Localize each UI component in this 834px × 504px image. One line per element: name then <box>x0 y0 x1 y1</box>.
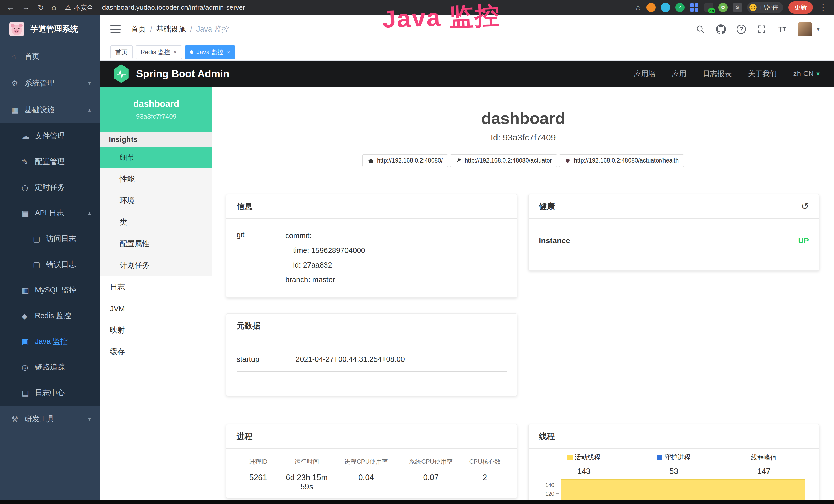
tab-java-monitor[interactable]: Java 监控 × <box>185 45 235 59</box>
threads-card-header: 线程 <box>529 425 819 449</box>
back-icon[interactable]: ← <box>7 3 14 12</box>
chevron-down-icon: ▾ <box>88 80 91 87</box>
gear-icon: ⚙ <box>11 79 25 88</box>
chevron-up-icon: ▴ <box>88 210 91 216</box>
chrome-update-button[interactable]: 更新 <box>788 1 813 14</box>
sidebar-group-insights: Insights <box>100 132 213 147</box>
sba-nav-wall[interactable]: 应用墙 <box>634 69 656 78</box>
sidebar-item-dev-tools[interactable]: ⚒ 研发工具 ▾ <box>0 406 100 432</box>
chevron-up-icon: ▴ <box>88 107 91 113</box>
instance-header[interactable]: dashboard 93a3fc7f7409 <box>100 87 213 132</box>
sidebar-item-access-log[interactable]: ▢ 访问日志 <box>0 226 100 252</box>
instance-name: dashboard <box>133 98 179 109</box>
health-card-header: 健康 ↺ <box>529 194 819 219</box>
extension-icon-grid[interactable] <box>690 3 699 12</box>
extensions-puzzle-icon[interactable]: ⚙ <box>733 3 742 12</box>
sidebar-item-file[interactable]: ☁ 文件管理 <box>0 123 100 149</box>
extension-icon-on[interactable]: on <box>704 3 713 12</box>
breadcrumb-infra[interactable]: 基础设施 <box>156 24 186 35</box>
help-icon[interactable]: ? <box>737 25 746 34</box>
sba-nav-journal[interactable]: 日志报表 <box>703 69 732 78</box>
metadata-card-title: 元数据 <box>237 320 260 331</box>
link-label: http://192.168.0.2:48080/actuator/health <box>574 157 679 164</box>
site-security[interactable]: ⚠ 不安全 <box>65 3 93 12</box>
sidebar-item-home[interactable]: ⌂ 首页 <box>0 43 100 70</box>
bookmark-star-icon[interactable]: ☆ <box>634 3 641 12</box>
sba-item-caches[interactable]: 缓存 <box>100 341 213 363</box>
home-icon[interactable]: ⌂ <box>52 3 56 12</box>
sba-brand-title[interactable]: Spring Boot Admin <box>136 68 229 79</box>
sba-item-logs[interactable]: 日志 <box>100 276 213 298</box>
sba-item-environment[interactable]: 环境 <box>100 190 213 211</box>
sidebar-item-mysql[interactable]: ▥ MySQL 监控 <box>0 277 100 303</box>
sba-nav-about[interactable]: 关于我们 <box>748 69 777 78</box>
app-logo[interactable]: 芋道管理系统 <box>0 15 100 43</box>
doc-icon: ▢ <box>33 260 46 269</box>
sidebar-item-label: 首页 <box>25 51 40 62</box>
doc-icon: ▢ <box>33 234 46 244</box>
extension-icon-blue-drop[interactable] <box>661 3 670 12</box>
sidebar-item-label: Java 监控 <box>35 336 68 347</box>
sidebar-item-log-center[interactable]: ▤ 日志中心 <box>0 380 100 406</box>
profile-paused-chip[interactable]: 已暂停 <box>747 2 783 13</box>
active-dot <box>190 50 193 54</box>
process-table: 进程ID5261 运行时间6d 23h 15m 59s 进程CPU使用率0.04… <box>237 458 506 491</box>
history-icon[interactable]: ↺ <box>801 201 809 212</box>
sba-item-details[interactable]: 细节 <box>100 147 213 168</box>
service-url-link[interactable]: http://192.168.0.2:48080/ <box>363 154 448 167</box>
tab-close-icon[interactable]: × <box>226 48 230 56</box>
font-size-icon[interactable]: TT <box>777 24 787 34</box>
info-card-title: 信息 <box>237 201 253 212</box>
tab-home[interactable]: 首页 <box>110 45 133 59</box>
tab-redis-monitor[interactable]: Redis 监控 × <box>136 45 182 59</box>
info-line: time: 1596289704000 <box>285 243 365 258</box>
threads-card-title: 线程 <box>539 431 555 442</box>
bottom-edge <box>0 500 834 504</box>
address-bar[interactable]: dashboard.yudao.iocoder.cn/infra/admin-s… <box>102 4 245 12</box>
sba-item-mappings[interactable]: 映射 <box>100 319 213 341</box>
sidebar-item-label: 系统管理 <box>25 78 54 88</box>
user-avatar[interactable] <box>798 22 812 37</box>
trace-icon: ◎ <box>22 363 35 372</box>
sidebar-item-error-log[interactable]: ▢ 错误日志 <box>0 252 100 277</box>
sba-item-classes[interactable]: 类 <box>100 211 213 233</box>
security-label: 不安全 <box>74 3 93 12</box>
sidebar-item-redis[interactable]: ◆ Redis 监控 <box>0 303 100 329</box>
sidebar-item-api-log[interactable]: ▤ API 日志 ▴ <box>0 200 100 226</box>
sba-logo-icon[interactable] <box>113 65 129 83</box>
extension-icon-orange[interactable] <box>646 3 656 12</box>
sidebar-item-job[interactable]: ◷ 定时任务 <box>0 175 100 200</box>
actuator-url-link[interactable]: http://192.168.0.2:48080/actuator <box>450 154 557 167</box>
search-icon[interactable] <box>696 24 705 34</box>
app-header: 首页 / 基础设施 / Java 监控 ? TT ▾ <box>100 15 834 44</box>
sba-item-metrics[interactable]: 性能 <box>100 168 213 190</box>
sba-item-configprops[interactable]: 配置属性 <box>100 233 213 255</box>
fullscreen-icon[interactable] <box>757 24 766 34</box>
sba-item-jvm[interactable]: JVM <box>100 298 213 319</box>
sba-nav-applications[interactable]: 应用 <box>672 69 686 78</box>
sidebar-item-infra[interactable]: ▦ 基础设施 ▴ <box>0 96 100 123</box>
browser-menu-icon[interactable]: ⋮ <box>819 3 827 12</box>
sidebar-item-trace[interactable]: ◎ 链路追踪 <box>0 354 100 380</box>
sidebar-item-label: 文件管理 <box>35 131 65 141</box>
threads-legend: 活动线程 143 守护进程 53 线程峰值 147 <box>539 453 809 476</box>
sidebar-item-java-monitor[interactable]: ▣ Java 监控 <box>0 329 100 354</box>
sba-item-scheduled-tasks[interactable]: 计划任务 <box>100 255 213 276</box>
extension-icon-green-check[interactable]: ✓ <box>675 3 684 12</box>
health-instance-row: Instance UP <box>539 225 809 254</box>
reload-icon[interactable]: ↻ <box>38 3 44 12</box>
sidebar-item-config[interactable]: ✎ 配置管理 <box>0 149 100 175</box>
breadcrumb-separator: / <box>190 25 192 33</box>
breadcrumb-home[interactable]: 首页 <box>131 24 146 35</box>
extension-icon-leaf[interactable]: ✿ <box>719 3 728 12</box>
forward-icon[interactable]: → <box>22 3 30 12</box>
github-icon[interactable] <box>716 24 726 34</box>
avatar-caret-icon[interactable]: ▾ <box>817 26 820 32</box>
process-col-header: 进程CPU使用率 <box>334 458 398 466</box>
sba-locale-select[interactable]: zh-CN ▾ <box>793 70 820 78</box>
database-icon: ▥ <box>22 286 35 295</box>
health-url-link[interactable]: http://192.168.0.2:48080/actuator/health <box>559 154 684 167</box>
sidebar-item-system[interactable]: ⚙ 系统管理 ▾ <box>0 70 100 96</box>
collapse-menu-icon[interactable] <box>110 25 121 33</box>
tab-close-icon[interactable]: × <box>173 48 177 56</box>
